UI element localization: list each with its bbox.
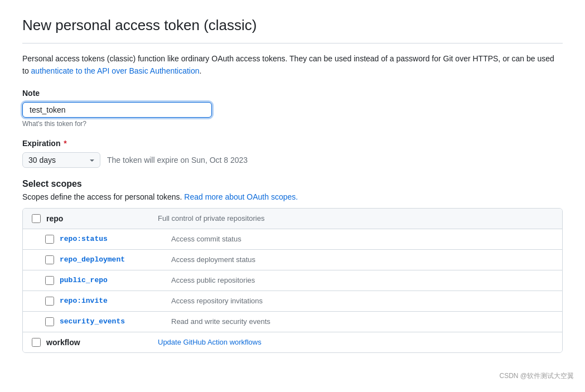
scope-desc-repo-deployment: Access deployment status bbox=[171, 255, 553, 264]
scope-desc-security-events: Read and write security events bbox=[171, 317, 553, 326]
watermark: CSDN @软件测试大空翼 bbox=[499, 371, 574, 381]
scope-desc-workflow: Update GitHub Action workflows bbox=[158, 338, 553, 346]
scope-checkbox-repo-invite[interactable] bbox=[45, 297, 54, 306]
api-auth-link[interactable]: authenticate to the API over Basic Authe… bbox=[31, 66, 200, 75]
scopes-title: Select scopes bbox=[22, 179, 563, 189]
scope-row-repo-status: repo:status Access commit status bbox=[23, 229, 562, 250]
expiration-note: The token will expire on Sun, Oct 8 2023 bbox=[107, 156, 248, 164]
page-title: New personal access token (classic) bbox=[22, 17, 563, 43]
scope-checkbox-workflow[interactable] bbox=[32, 338, 41, 347]
scope-desc-public-repo: Access public repositories bbox=[171, 276, 553, 284]
scope-name-repo-deployment: repo_deployment bbox=[60, 255, 171, 264]
note-hint: What's this token for? bbox=[22, 120, 563, 128]
oauth-scopes-link[interactable]: Read more about OAuth scopes. bbox=[184, 192, 298, 201]
scope-row-security-events: security_events Read and write security … bbox=[23, 312, 562, 332]
scope-row-workflow: workflow Update GitHub Action workflows bbox=[23, 332, 562, 352]
expiration-label: Expiration * bbox=[22, 139, 563, 148]
scope-checkbox-repo-status[interactable] bbox=[45, 235, 54, 244]
scope-checkbox-repo-deployment[interactable] bbox=[45, 255, 54, 264]
note-label: Note bbox=[22, 89, 563, 98]
scope-name-public-repo: public_repo bbox=[60, 276, 171, 284]
expiration-select[interactable]: 30 days 60 days 90 days Custom No expira… bbox=[22, 152, 100, 168]
scope-row-repo-invite: repo:invite Access repository invitation… bbox=[23, 291, 562, 312]
scope-name-workflow: workflow bbox=[46, 338, 158, 347]
scopes-box: repo Full control of private repositorie… bbox=[22, 208, 563, 353]
scope-name-security-events: security_events bbox=[60, 317, 171, 326]
scope-name-repo-status: repo:status bbox=[60, 235, 171, 243]
scope-checkbox-repo[interactable] bbox=[32, 214, 41, 223]
scope-desc-repo-status: Access commit status bbox=[171, 235, 553, 243]
required-indicator: * bbox=[61, 139, 66, 148]
note-field-group: Note What's this token for? bbox=[22, 89, 563, 128]
scope-desc-repo-invite: Access repository invitations bbox=[171, 297, 553, 305]
scope-row-public-repo: public_repo Access public repositories bbox=[23, 270, 562, 291]
scope-row-repo-deployment: repo_deployment Access deployment status bbox=[23, 250, 562, 270]
scope-checkbox-security-events[interactable] bbox=[45, 317, 54, 326]
note-input[interactable] bbox=[22, 102, 212, 118]
scope-name-repo: repo bbox=[46, 214, 158, 223]
description-after-link: . bbox=[200, 66, 202, 75]
scopes-description: Scopes define the access for personal to… bbox=[22, 192, 563, 201]
expiration-field-group: Expiration * 30 days 60 days 90 days Cus… bbox=[22, 139, 563, 168]
scope-checkbox-public-repo[interactable] bbox=[45, 276, 54, 285]
scope-desc-repo: Full control of private repositories bbox=[158, 214, 553, 222]
scope-name-repo-invite: repo:invite bbox=[60, 297, 171, 305]
scope-row-repo: repo Full control of private repositorie… bbox=[23, 209, 562, 229]
description-text: Personal access tokens (classic) functio… bbox=[22, 52, 563, 78]
scopes-section: Select scopes Scopes define the access f… bbox=[22, 179, 563, 353]
expiration-row: 30 days 60 days 90 days Custom No expira… bbox=[22, 152, 563, 168]
